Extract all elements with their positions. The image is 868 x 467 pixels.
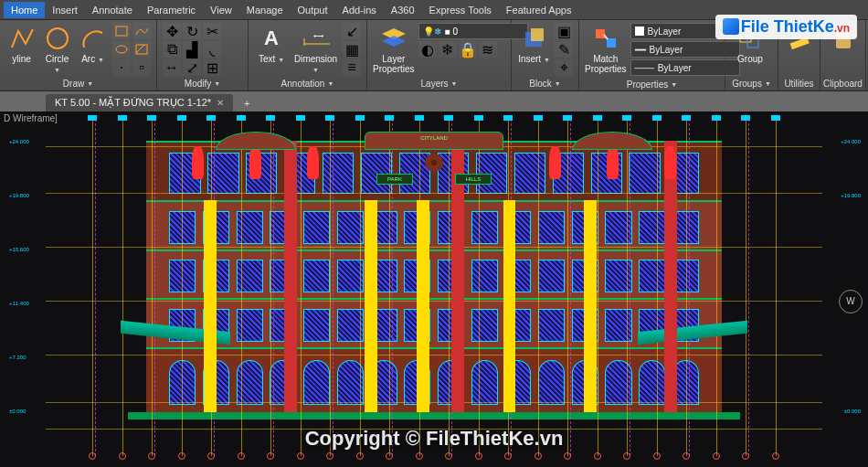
panel-annotation: A Text ▼ ⟷ Dimension ▼ ↙ ▦ ≡ Annotation … [249, 20, 367, 90]
scale-icon[interactable]: ⤢ [183, 59, 201, 76]
draw-small-tools: · ▫ [112, 23, 151, 76]
menu-view[interactable]: View [203, 2, 239, 18]
menu-manage[interactable]: Manage [239, 2, 291, 18]
panel-title-layers: Layers ▼ [373, 77, 505, 90]
spline-icon[interactable] [132, 23, 151, 39]
mirror-icon[interactable]: ▟ [183, 41, 201, 58]
pediment-right [572, 132, 652, 150]
pediment-left [216, 132, 296, 150]
document-tab-strip: KT 5.00 - MẶT ĐỨNG TRỤC 1-12* ✕ + [0, 91, 868, 111]
circle-button[interactable]: Circle ▼ [41, 23, 73, 74]
svg-point-0 [48, 28, 68, 48]
menu-home[interactable]: Home [4, 2, 45, 18]
watermark-copyright: Copyright © FileThietKe.vn [305, 427, 564, 451]
polyline-icon [8, 25, 36, 52]
menu-addins[interactable]: Add-ins [335, 2, 384, 18]
panel-title-annot: Annotation ▼ [254, 77, 361, 90]
menu-output[interactable]: Output [291, 2, 335, 18]
svg-rect-3 [136, 45, 147, 54]
attr-icon[interactable]: ⌖ [555, 59, 573, 76]
ground-line [128, 412, 740, 419]
svg-rect-14 [607, 38, 616, 48]
panel-block: Insert ▼ ▣ ✎ ⌖ Block ▼ [512, 20, 579, 90]
dimension-icon: ⟷ [302, 25, 330, 52]
table-icon[interactable]: ▦ [343, 41, 361, 58]
edit-block-icon[interactable]: ✎ [555, 41, 573, 58]
panel-title-modify: Modify ▼ [163, 77, 242, 90]
array-icon[interactable]: ⊞ [203, 59, 221, 76]
floor-3 [146, 249, 722, 298]
building-elevation: CITYLAND PARK HILLS [146, 141, 722, 412]
menu-insert[interactable]: Insert [45, 2, 85, 18]
create-block-icon[interactable]: ▣ [555, 23, 573, 39]
layers-icon [380, 25, 408, 52]
svg-line-4 [136, 45, 144, 53]
panel-title-draw: Draw ▼ [5, 77, 151, 90]
rect-icon[interactable] [112, 23, 131, 39]
panel-modify: ✥ ↻ ✂ ⧉ ▟ ◟ ↔ ⤢ ⊞ Modify ▼ [157, 20, 249, 90]
insert-button[interactable]: Insert ▼ [517, 23, 551, 64]
copy-icon[interactable]: ⧉ [163, 41, 181, 58]
viewcube[interactable]: W [839, 290, 863, 313]
insert-block-icon [521, 25, 548, 52]
watermark-logo: File ThietKe.vn [715, 15, 857, 39]
text-button[interactable]: A Text ▼ [254, 23, 289, 64]
layer-lock-icon[interactable]: 🔒 [459, 41, 477, 58]
close-icon[interactable]: ✕ [217, 98, 224, 108]
move-icon[interactable]: ✥ [163, 23, 181, 39]
floor-4 [146, 200, 722, 249]
chevron-down-icon: ▼ [54, 67, 60, 73]
new-tab-button[interactable]: + [237, 95, 257, 111]
menu-express[interactable]: Express Tools [422, 2, 499, 18]
menu-parametric[interactable]: Parametric [140, 2, 203, 18]
mtext-icon[interactable]: ≡ [343, 59, 361, 76]
document-tab[interactable]: KT 5.00 - MẶT ĐỨNG TRỤC 1-12* ✕ [46, 94, 233, 111]
modify-tools: ✥ ↻ ✂ ⧉ ▟ ◟ ↔ ⤢ ⊞ [163, 23, 221, 76]
panel-title-clip: Clipboard [826, 77, 860, 90]
layer-properties-button[interactable]: Layer Properties [373, 23, 415, 74]
arc-button[interactable]: Arc ▼ [77, 23, 109, 64]
svg-rect-1 [116, 27, 127, 36]
hatch-icon[interactable] [132, 41, 151, 58]
menu-annotate[interactable]: Annotate [85, 2, 140, 18]
svg-point-2 [116, 46, 127, 53]
panel-title-util: Utilities [784, 77, 814, 90]
region-icon[interactable]: ▫ [132, 59, 151, 76]
dimension-button[interactable]: ⟷ Dimension ▼ [292, 23, 339, 74]
clock-icon [425, 154, 443, 172]
trim-icon[interactable]: ✂ [203, 23, 221, 39]
layer-match-icon[interactable]: ≋ [479, 41, 497, 58]
lineweight-dropdown[interactable]: ━━ ByLayer [630, 41, 740, 58]
document-tab-label: KT 5.00 - MẶT ĐỨNG TRỤC 1-12* [55, 97, 211, 109]
annot-small: ↙ ▦ ≡ [343, 23, 361, 76]
ellipse-icon[interactable] [112, 41, 131, 58]
menu-featured[interactable]: Featured Apps [499, 2, 579, 18]
pediment-center: CITYLAND [365, 132, 503, 150]
panel-draw: yline Circle ▼ Arc ▼ · ▫ Draw ▼ [0, 20, 157, 90]
svg-rect-12 [531, 28, 544, 41]
fillet-icon[interactable]: ◟ [203, 41, 221, 58]
panel-properties: Match Properties ByLayer ━━ ByLayer ─── … [579, 20, 725, 90]
svg-text:⟷: ⟷ [313, 32, 324, 40]
polyline-button[interactable]: yline [5, 23, 37, 64]
point-icon[interactable]: · [112, 59, 131, 76]
drawing-canvas[interactable]: D Wireframe] W +24.000 +19.800 +15.600 +… [0, 111, 868, 467]
panel-title-groups: Groups ▼ [731, 77, 772, 90]
match-properties-button[interactable]: Match Properties [585, 23, 627, 74]
arc-icon [79, 25, 107, 52]
match-prop-icon [592, 25, 619, 52]
plaque-right: HILLS [455, 174, 492, 185]
layer-off-icon[interactable]: ◐ [418, 41, 437, 58]
layer-freeze-icon[interactable]: ❄ [439, 41, 457, 58]
menu-a360[interactable]: A360 [384, 2, 422, 18]
plaque-left: PARK [376, 174, 413, 185]
cad-drawing: +24.000 +19.800 +15.600 +11.400 +7.200 ±… [46, 119, 822, 456]
circle-icon [44, 25, 71, 52]
panel-title-prop: Properties ▼ [585, 78, 719, 91]
leader-icon[interactable]: ↙ [343, 23, 361, 39]
panel-layers: Layer Properties 💡 ❄ ■ 0 ◐ ❄ 🔒 ≋ Layers … [367, 20, 512, 90]
linetype-dropdown[interactable]: ─── ByLayer [630, 59, 740, 76]
rotate-icon[interactable]: ↻ [183, 23, 201, 39]
panel-title-block: Block ▼ [517, 77, 573, 90]
stretch-icon[interactable]: ↔ [163, 59, 181, 76]
